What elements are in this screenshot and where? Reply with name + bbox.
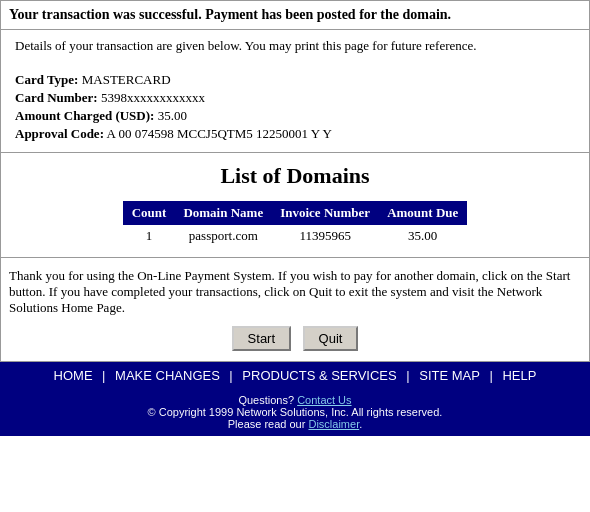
card-number-row: Card Number: 5398xxxxxxxxxxxx <box>15 90 575 106</box>
card-type-label: Card Type: <box>15 72 78 87</box>
thankyou-section: Thank you for using the On-Line Payment … <box>0 258 590 362</box>
domains-title: List of Domains <box>9 163 581 189</box>
action-buttons: Start Quit <box>9 326 581 351</box>
cell-domain: passport.com <box>175 225 272 248</box>
nav-site-map[interactable]: SITE MAP <box>413 368 486 383</box>
cell-count: 1 <box>123 225 175 248</box>
nav-help[interactable]: HELP <box>496 368 542 383</box>
footer-disclaimer-row: Please read our Disclaimer. <box>0 418 590 430</box>
cell-amount: 35.00 <box>379 225 467 248</box>
card-number-value: 5398xxxxxxxxxxxx <box>101 90 205 105</box>
card-type-value: MASTERCARD <box>82 72 171 87</box>
nav-make-changes[interactable]: MAKE CHANGES <box>109 368 226 383</box>
quit-button[interactable]: Quit <box>303 326 359 351</box>
approval-label: Approval Code: <box>15 126 104 141</box>
approval-row: Approval Code: A 00 074598 MCCJ5QTM5 122… <box>15 126 575 142</box>
footer-questions: Questions? Contact Us <box>0 394 590 406</box>
domains-section: List of Domains Count Domain Name Invoic… <box>0 153 590 258</box>
table-header-row: Count Domain Name Invoice Number Amount … <box>123 202 467 225</box>
card-type-row: Card Type: MASTERCARD <box>15 72 575 88</box>
table-row: 1 passport.com 11395965 35.00 <box>123 225 467 248</box>
thankyou-text: Thank you for using the On-Line Payment … <box>9 268 581 316</box>
nav-bar: HOME | MAKE CHANGES | PRODUCTS & SERVICE… <box>0 362 590 390</box>
disclaimer-period: . <box>359 418 362 430</box>
approval-value: A 00 074598 MCCJ5QTM5 12250001 Y Y <box>107 126 332 141</box>
col-count: Count <box>123 202 175 225</box>
footer: Questions? Contact Us © Copyright 1999 N… <box>0 390 590 436</box>
nav-products[interactable]: PRODUCTS & SERVICES <box>236 368 402 383</box>
contact-us-link[interactable]: Contact Us <box>297 394 351 406</box>
please-read-label: Please read our <box>228 418 306 430</box>
col-domain: Domain Name <box>175 202 272 225</box>
amount-value: 35.00 <box>158 108 187 123</box>
amount-label: Amount Charged (USD): <box>15 108 154 123</box>
start-button[interactable]: Start <box>232 326 291 351</box>
details-intro: Details of your transaction are given be… <box>15 38 575 54</box>
col-invoice: Invoice Number <box>272 202 379 225</box>
amount-row: Amount Charged (USD): 35.00 <box>15 108 575 124</box>
footer-copyright: © Copyright 1999 Network Solutions, Inc.… <box>0 406 590 418</box>
nav-home[interactable]: HOME <box>48 368 99 383</box>
domains-table: Count Domain Name Invoice Number Amount … <box>123 201 468 247</box>
col-amount: Amount Due <box>379 202 467 225</box>
cell-invoice: 11395965 <box>272 225 379 248</box>
transaction-details: Details of your transaction are given be… <box>0 30 590 153</box>
questions-label: Questions? <box>238 394 294 406</box>
card-number-label: Card Number: <box>15 90 98 105</box>
success-message: Your transaction was successful. Payment… <box>9 7 581 23</box>
success-banner: Your transaction was successful. Payment… <box>0 0 590 30</box>
disclaimer-link[interactable]: Disclaimer <box>308 418 359 430</box>
